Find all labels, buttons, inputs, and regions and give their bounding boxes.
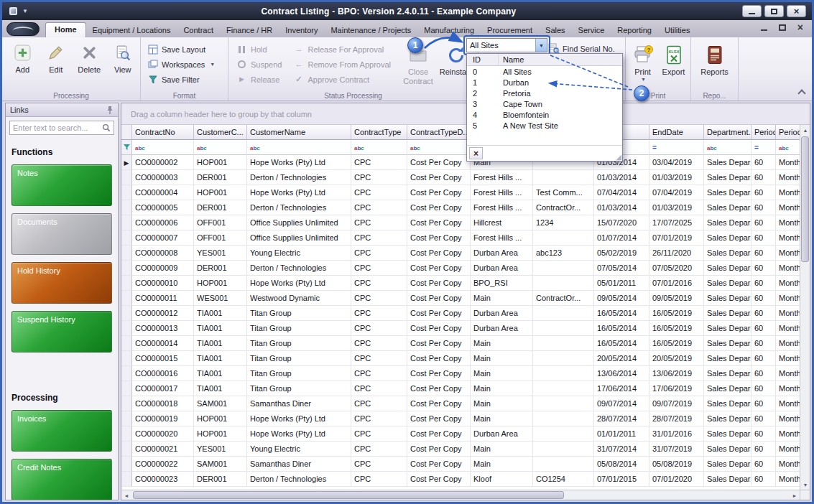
grid-cell[interactable]: TIA001 (194, 381, 247, 396)
maximize-button[interactable] (764, 5, 784, 17)
grid-cell[interactable]: 60 (751, 246, 776, 261)
grid-cell[interactable]: 05/08/2019 (649, 457, 704, 472)
vertical-scrollbar[interactable]: ▲ ▼ (800, 125, 810, 490)
tab-contract[interactable]: Contract (177, 23, 220, 37)
grid-cell[interactable]: TIA001 (194, 306, 247, 321)
site-option-pretoria[interactable]: 2Pretoria (467, 88, 622, 98)
site-option-durban[interactable]: 1Durban (467, 77, 622, 88)
grid-cell[interactable]: Months (776, 351, 800, 366)
grid-cell[interactable]: 60 (751, 230, 776, 246)
grid-cell[interactable]: 60 (751, 321, 776, 336)
grid-cell[interactable]: 07/04/2019 (649, 185, 704, 200)
grid-row-CO0000011[interactable]: CO0000011WES001Westwood DynamicCPCCost P… (121, 291, 800, 306)
grid-cell[interactable]: Months (776, 366, 800, 381)
grid-cell[interactable]: Main (471, 411, 533, 426)
grid-cell[interactable]: OFF001 (194, 230, 247, 246)
grid-cell[interactable]: Months (776, 246, 800, 261)
grid-cell[interactable]: 16/05/2014 (594, 306, 649, 321)
pin-icon[interactable] (106, 106, 114, 115)
grid-cell[interactable]: 31/01/2016 (649, 426, 704, 442)
grid-cell[interactable]: 60 (751, 336, 776, 351)
grid-cell[interactable]: 07/01/2016 (649, 276, 704, 291)
minimize-button[interactable] (742, 5, 762, 17)
grid-cell[interactable]: Cost Per Copy (407, 457, 471, 472)
tab-home[interactable]: Home (45, 22, 86, 37)
scroll-right-icon[interactable]: ► (790, 490, 800, 500)
grid-cell[interactable]: Main (471, 366, 533, 381)
grid-cell[interactable]: 09/07/2019 (649, 396, 704, 411)
grid-cell[interactable]: WES001 (194, 291, 247, 306)
grid-cell[interactable]: CPC (351, 185, 407, 200)
grid-cell[interactable]: Titan Group (247, 351, 351, 366)
grid-cell[interactable]: Hope Works (Pty) Ltd (247, 276, 351, 291)
grid-cell[interactable] (533, 321, 594, 336)
grid-cell[interactable]: TIA001 (194, 336, 247, 351)
grid-cell[interactable]: Cost Per Copy (407, 230, 471, 246)
grid-cell[interactable]: Main (471, 381, 533, 396)
grid-cell[interactable]: 01/03/2019 (649, 200, 704, 215)
grid-cell[interactable]: CPC (351, 381, 407, 396)
grid-cell[interactable]: Main (471, 457, 533, 472)
edit-button[interactable]: Edit (40, 39, 73, 88)
grid-row-CO0000021[interactable]: CO0000021YES001Young ElectricCPCCost Per… (121, 442, 800, 457)
grid-cell[interactable]: Cost Per Copy (407, 291, 471, 306)
grid-cell[interactable]: 20/05/2014 (594, 351, 649, 366)
filter-cell[interactable]: = (649, 140, 704, 155)
grid-cell[interactable]: CO0000013 (132, 321, 194, 336)
sidebar-button-suspend-history[interactable]: Suspend History (11, 311, 112, 353)
grid-cell[interactable]: 15/07/2020 (594, 215, 649, 230)
grid-cell[interactable]: Months (776, 306, 800, 321)
grid-cell[interactable] (533, 306, 594, 321)
grid-cell[interactable]: CO0000021 (132, 442, 194, 457)
grid-cell[interactable]: Cost Per Copy (407, 351, 471, 366)
grid-cell[interactable]: Sales Depar... (704, 381, 751, 396)
grid-cell[interactable]: Months (776, 261, 800, 276)
grid-row-CO0000017[interactable]: CO0000017TIA001Titan GroupCPCCost Per Co… (121, 381, 800, 396)
grid-cell[interactable]: Cost Per Copy (407, 246, 471, 261)
grid-cell[interactable]: Cost Per Copy (407, 200, 471, 215)
grid-cell[interactable] (533, 336, 594, 351)
grid-cell[interactable]: 07/01/2020 (649, 472, 704, 487)
grid-cell[interactable]: Titan Group (247, 321, 351, 336)
vertical-scroll-thumb[interactable] (801, 136, 809, 262)
grid-row-CO0000015[interactable]: CO0000015TIA001Titan GroupCPCCost Per Co… (121, 351, 800, 366)
filter-cell[interactable]: abc (407, 140, 471, 155)
grid-cell[interactable]: Office Supplies Unlimited (247, 215, 351, 230)
grid-cell[interactable]: Cost Per Copy (407, 185, 471, 200)
grid-cell[interactable]: Titan Group (247, 336, 351, 351)
grid-cell[interactable]: 60 (751, 155, 776, 170)
grid-cell[interactable] (533, 411, 594, 426)
horizontal-scroll-thumb[interactable] (133, 491, 564, 499)
approve-contract-button[interactable]: ✓ Approve Contract (291, 72, 393, 87)
grid-cell[interactable] (533, 396, 594, 411)
save-filter-button[interactable]: Save Filter (145, 72, 226, 87)
grid-cell[interactable]: CO0000007 (132, 230, 194, 246)
grid-row-CO0000009[interactable]: CO0000009DER001Derton / TechnologiesCPCC… (121, 261, 800, 276)
column-header-contracttype[interactable]: ContractType (351, 125, 407, 140)
grid-cell[interactable]: CO0000017 (132, 381, 194, 396)
grid-cell[interactable]: Sales Depar... (704, 321, 751, 336)
grid-cell[interactable] (533, 366, 594, 381)
grid-cell[interactable]: 16/05/2014 (594, 321, 649, 336)
grid-cell[interactable]: Sales Depar... (704, 200, 751, 215)
grid-cell[interactable]: 01/03/2014 (594, 170, 649, 185)
grid-cell[interactable]: Cost Per Copy (407, 306, 471, 321)
grid-cell[interactable]: CPC (351, 396, 407, 411)
grid-cell[interactable]: 13/06/2019 (649, 366, 704, 381)
grid-cell[interactable]: CO0000009 (132, 261, 194, 276)
clear-filter-button[interactable]: × (469, 147, 483, 159)
grid-row-CO0000006[interactable]: CO0000006OFF001Office Supplies Unlimited… (121, 215, 800, 230)
grid-cell[interactable]: Sales Depar... (704, 185, 751, 200)
grid-cell[interactable]: Sales Depar... (704, 336, 751, 351)
grid-cell[interactable]: 05/02/2019 (594, 246, 649, 261)
grid-cell[interactable]: Main (471, 396, 533, 411)
grid-cell[interactable]: Months (776, 411, 800, 426)
grid-cell[interactable]: 16/05/2019 (649, 336, 704, 351)
save-layout-button[interactable]: Save Layout (145, 42, 226, 57)
grid-cell[interactable]: Hope Works (Pty) Ltd (247, 185, 351, 200)
grid-cell[interactable]: Samanthas Diner (247, 396, 351, 411)
grid-cell[interactable]: Cost Per Copy (407, 215, 471, 230)
grid-cell[interactable]: 09/07/2014 (594, 396, 649, 411)
grid-cell[interactable]: Cost Per Copy (407, 155, 471, 170)
grid-cell[interactable]: 01/03/2014 (594, 200, 649, 215)
